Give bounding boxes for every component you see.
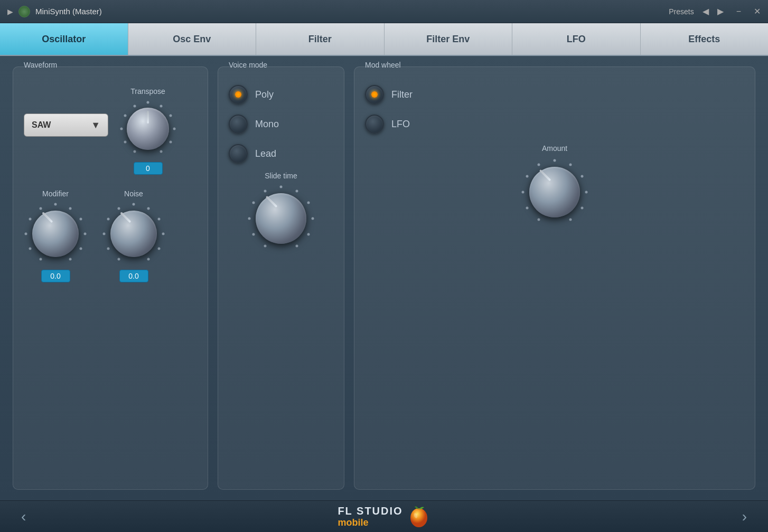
mod-option-lfo[interactable]: LFO [365,115,744,134]
modifier-section: Modifier [24,189,87,282]
tab-filter-env[interactable]: Filter Env [385,23,513,55]
tab-effects[interactable]: Effects [641,23,769,55]
modifier-value-display[interactable]: 0.0 [41,270,70,282]
transpose-knob[interactable] [119,100,177,158]
prev-page-button[interactable]: ‹ [21,508,26,525]
tab-filter[interactable]: Filter [256,23,385,55]
voice-label-poly: Poly [255,89,274,100]
waveform-panel-title: Waveform [22,61,59,69]
noise-value-display[interactable]: 0.0 [119,270,148,282]
waveform-panel: Waveform SAW ▼ Transpose [13,66,208,490]
svg-point-29 [107,248,110,250]
svg-point-40 [252,233,255,236]
svg-point-35 [307,202,310,204]
transpose-section: Transpose [119,87,177,175]
voice-radio-lead[interactable] [229,144,248,163]
svg-point-47 [585,191,588,194]
modifier-knob[interactable] [24,202,87,265]
tab-bar: Oscillator Osc Env Filter Filter Env LFO… [0,23,768,56]
svg-point-20 [29,218,32,221]
svg-point-5 [160,150,163,153]
presets-next-icon[interactable]: ▶ [717,6,724,16]
svg-point-50 [538,218,540,221]
svg-point-14 [84,233,87,235]
svg-point-32 [118,207,120,210]
presets-prev-icon[interactable]: ◀ [703,6,709,16]
transpose-label: Transpose [130,87,165,96]
svg-point-22 [133,203,135,206]
app-icon [18,6,30,17]
slide-time-knob[interactable] [247,184,315,253]
svg-point-10 [134,105,136,108]
svg-point-46 [581,175,584,178]
slide-time-knob-body [256,193,306,244]
modifier-knob-indicator [42,212,53,223]
waveform-left: SAW ▼ [24,113,108,137]
svg-point-31 [107,218,110,221]
svg-point-48 [581,207,584,210]
nav-arrow-icon[interactable]: ▶ [7,7,13,16]
fl-logo-text-area: FL STUDIO mobile [338,505,402,528]
svg-point-17 [40,258,42,261]
svg-point-38 [296,245,298,248]
mod-label-lfo: LFO [391,119,410,130]
svg-point-2 [170,115,172,117]
svg-point-12 [69,207,72,210]
minimize-button[interactable]: − [736,7,741,16]
svg-point-51 [526,207,529,210]
mod-option-filter[interactable]: Filter [365,85,744,104]
svg-point-36 [312,217,314,220]
amount-knob-indicator [539,169,551,182]
next-page-button[interactable]: › [742,508,747,525]
noise-knob[interactable] [102,202,165,265]
slide-time-label: Slide time [265,172,297,180]
slide-time-section: Slide time [229,172,333,253]
voice-option-poly[interactable]: Poly [229,85,333,104]
transpose-value-display[interactable]: 0 [134,162,163,175]
svg-point-52 [522,191,525,194]
svg-point-41 [248,217,251,220]
svg-point-33 [280,186,283,188]
svg-point-39 [264,245,267,248]
voice-options-list: Poly Mono Lead [229,85,333,163]
presets-label: Presets [669,7,694,16]
voice-radio-poly[interactable] [229,85,248,104]
modifier-label: Modifier [42,189,69,198]
voice-mode-panel: Voice mode Poly Mono Lead Slide time [218,66,344,490]
main-content: Waveform SAW ▼ Transpose [0,56,768,500]
fl-studio-logo: FL STUDIO mobile [338,505,430,528]
svg-point-43 [264,190,267,193]
svg-point-30 [103,233,106,235]
svg-point-26 [158,248,161,250]
svg-point-23 [147,207,150,210]
title-bar-right: Presets ◀ ▶ − ✕ [669,6,761,16]
noise-knob-body [110,211,157,257]
voice-radio-mono[interactable] [229,115,248,134]
noise-knob-indicator [120,212,131,223]
mod-radio-lfo[interactable] [365,115,384,134]
svg-point-11 [54,203,57,206]
svg-point-25 [162,233,165,235]
svg-point-6 [134,150,136,153]
mod-wheel-panel: Mod wheel Filter LFO Amount [354,66,755,490]
svg-point-44 [554,159,556,162]
amount-section: Amount [365,144,744,226]
mod-wheel-panel-title: Mod wheel [363,61,403,69]
waveform-bottom-row: Modifier [24,189,197,282]
amount-knob[interactable] [520,158,589,226]
svg-point-49 [569,218,572,221]
tab-lfo[interactable]: LFO [512,23,641,55]
voice-option-mono[interactable]: Mono [229,115,333,134]
mod-radio-filter[interactable] [365,85,384,104]
svg-point-0 [147,101,149,104]
waveform-select[interactable]: SAW ▼ [24,113,108,137]
tab-osc-env[interactable]: Osc Env [128,23,257,55]
svg-point-16 [69,258,72,261]
close-button[interactable]: ✕ [754,6,761,16]
svg-point-4 [170,141,172,144]
voice-option-lead[interactable]: Lead [229,144,333,163]
tab-oscillator[interactable]: Oscillator [0,23,128,55]
svg-point-28 [118,258,120,261]
svg-point-34 [296,190,298,193]
svg-point-1 [160,105,163,108]
